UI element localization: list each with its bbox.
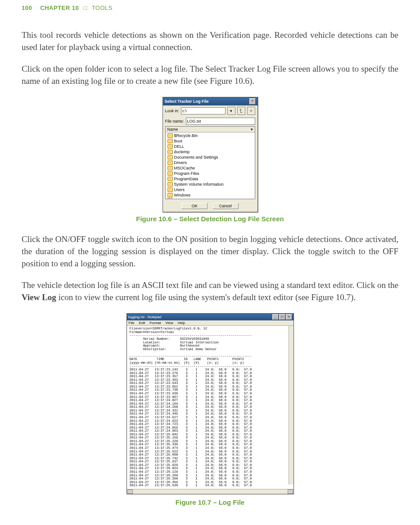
- dialog-buttons: OK Cancel: [163, 201, 257, 212]
- page-number: 100: [22, 5, 32, 11]
- item-label: Drivers: [174, 160, 187, 165]
- minimize-icon[interactable]: _: [272, 314, 279, 320]
- list-item[interactable]: Drivers: [166, 160, 255, 165]
- item-label: LOG.txt: [173, 198, 187, 199]
- list-item[interactable]: MSOCache: [166, 165, 255, 171]
- vertical-scrollbar[interactable]: [289, 326, 294, 484]
- scroll-left-icon[interactable]: [127, 489, 133, 494]
- select-log-dialog: Select Tracker Log File × Look in: c:\ ▾…: [163, 97, 258, 212]
- folder-icon: [167, 139, 173, 143]
- file-icon: [167, 198, 172, 199]
- maximize-icon[interactable]: □: [279, 314, 285, 320]
- menu-item[interactable]: View: [166, 321, 173, 325]
- list-item[interactable]: ProgramData: [166, 176, 255, 182]
- figure-10-7: logging.txt - Notepad _ □ × FileEditForm…: [22, 313, 398, 506]
- lookin-field[interactable]: c:\: [181, 107, 225, 114]
- dialog-titlebar[interactable]: Select Tracker Log File ×: [163, 97, 257, 105]
- folder-icon: [167, 166, 173, 170]
- folder-icon: [167, 155, 173, 160]
- paragraph-4a: The vehicle detection log file is an ASC…: [22, 280, 398, 290]
- dialog-title: Select Tracker Log File: [165, 99, 209, 104]
- cancel-button[interactable]: Cancel: [212, 203, 239, 209]
- filename-row: File name: LOG.txt: [163, 116, 257, 126]
- section-marker: □: [83, 5, 87, 11]
- notepad-window: logging.txt - Notepad _ □ × FileEditForm…: [126, 313, 294, 494]
- menu-item[interactable]: Format: [149, 321, 161, 325]
- list-item[interactable]: LOG.txt: [166, 198, 255, 199]
- folder-icon: [167, 187, 173, 192]
- menu-item[interactable]: Help: [178, 321, 185, 325]
- item-label: Windows: [174, 192, 191, 198]
- notepad-text[interactable]: Fileversion=SSMXTrackerLogFilev1.0.0, 12…: [127, 326, 294, 488]
- paragraph-1: This tool records vehicle detections as …: [22, 29, 398, 53]
- notepad-menubar[interactable]: FileEditFormatViewHelp: [127, 320, 294, 326]
- list-item[interactable]: doctemp: [166, 149, 255, 155]
- section-title: TOOLS: [92, 5, 113, 11]
- folder-icon: [167, 133, 173, 138]
- folder-icon: [167, 171, 173, 176]
- chapter-label: CHAPTER 10: [40, 5, 79, 11]
- list-item[interactable]: System Volume Information: [166, 182, 255, 187]
- item-label: Documents and Settings: [174, 155, 218, 160]
- folder-icon: [167, 160, 173, 165]
- folder-icon: [167, 177, 173, 181]
- paragraph-4: The vehicle detection log file is an ASC…: [22, 279, 398, 303]
- item-label: Users: [174, 187, 185, 192]
- close-icon[interactable]: ×: [286, 314, 292, 320]
- folder-icon: [167, 144, 173, 149]
- horizontal-scrollbar[interactable]: [127, 489, 294, 494]
- item-label: DELL: [174, 144, 185, 149]
- item-label: Boot: [174, 138, 183, 144]
- list-item[interactable]: DELL: [166, 144, 255, 149]
- lookin-row: Look in: c:\ ▾ ⮤ ✧: [163, 105, 257, 116]
- ok-button[interactable]: OK: [181, 203, 208, 209]
- file-list[interactable]: Name ▾ $Recycle.BinBootDELLdoctempDocume…: [165, 126, 255, 199]
- paragraph-3: Click the ON/OFF toggle switch icon to t…: [22, 233, 398, 269]
- list-item[interactable]: Users: [166, 187, 255, 192]
- running-header: 100 CHAPTER 10 □ TOOLS: [22, 5, 398, 11]
- paragraph-2: Click on the open folder icon to select …: [22, 63, 398, 87]
- list-header[interactable]: Name ▾: [166, 127, 255, 132]
- figure-10-7-caption: Figure 10.7 – Log File: [22, 498, 398, 506]
- lookin-label: Look in:: [165, 109, 180, 113]
- list-item[interactable]: Program Files: [166, 171, 255, 176]
- figure-10-6-caption: Figure 10.6 – Select Detection Log File …: [22, 215, 398, 223]
- list-item[interactable]: $Recycle.Bin: [166, 133, 255, 138]
- filename-field[interactable]: LOG.txt: [186, 118, 255, 125]
- figure-10-6: Select Tracker Log File × Look in: c:\ ▾…: [22, 97, 398, 223]
- new-folder-icon[interactable]: ✧: [247, 107, 255, 115]
- notepad-titlebar[interactable]: logging.txt - Notepad _ □ ×: [127, 314, 294, 320]
- menu-item[interactable]: Edit: [139, 321, 145, 325]
- item-label: ProgramData: [174, 176, 199, 182]
- list-item[interactable]: Boot: [166, 138, 255, 144]
- chevron-down-icon: ▾: [251, 127, 253, 132]
- name-column: Name: [167, 127, 178, 132]
- paragraph-4c: icon to view the current log file using …: [56, 292, 356, 302]
- menu-item[interactable]: File: [129, 321, 135, 325]
- item-label: $Recycle.Bin: [174, 133, 198, 138]
- up-folder-icon[interactable]: ⮤: [237, 107, 245, 115]
- item-label: MSOCache: [174, 165, 195, 171]
- list-item[interactable]: Documents and Settings: [166, 155, 255, 160]
- folder-icon: [167, 193, 173, 197]
- notepad-title: logging.txt - Notepad: [128, 315, 162, 319]
- view-log-bold: View Log: [22, 292, 56, 302]
- scroll-right-icon[interactable]: [288, 489, 293, 494]
- close-icon[interactable]: ×: [249, 98, 256, 105]
- item-label: System Volume Information: [174, 182, 224, 187]
- item-label: Program Files: [174, 171, 199, 176]
- list-item[interactable]: Windows: [166, 192, 255, 198]
- dropdown-icon[interactable]: ▾: [227, 107, 235, 115]
- folder-icon: [167, 182, 173, 187]
- item-label: doctemp: [174, 149, 190, 155]
- folder-icon: [167, 150, 173, 154]
- filename-label: File name:: [165, 119, 184, 123]
